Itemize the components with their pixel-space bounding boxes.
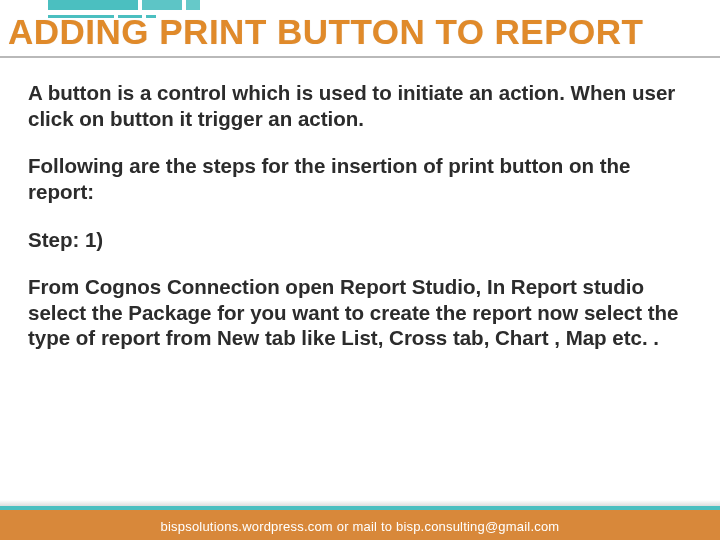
accent-top-bars bbox=[48, 0, 200, 10]
accent-bar bbox=[142, 0, 182, 10]
intro-paragraph: A button is a control which is used to i… bbox=[28, 80, 696, 131]
footer-text: bispsolutions.wordpress.com or mail to b… bbox=[0, 519, 720, 534]
accent-bar bbox=[186, 0, 200, 10]
title-underline bbox=[0, 56, 720, 58]
step-body: From Cognos Connection open Report Studi… bbox=[28, 274, 696, 351]
accent-bar bbox=[48, 0, 138, 10]
slide-footer: bispsolutions.wordpress.com or mail to b… bbox=[0, 500, 720, 540]
step-label: Step: 1) bbox=[28, 227, 696, 253]
slide-title: ADDING PRINT BUTTON TO REPORT bbox=[8, 12, 720, 52]
slide-body: A button is a control which is used to i… bbox=[28, 80, 696, 351]
lead-paragraph: Following are the steps for the insertio… bbox=[28, 153, 696, 204]
